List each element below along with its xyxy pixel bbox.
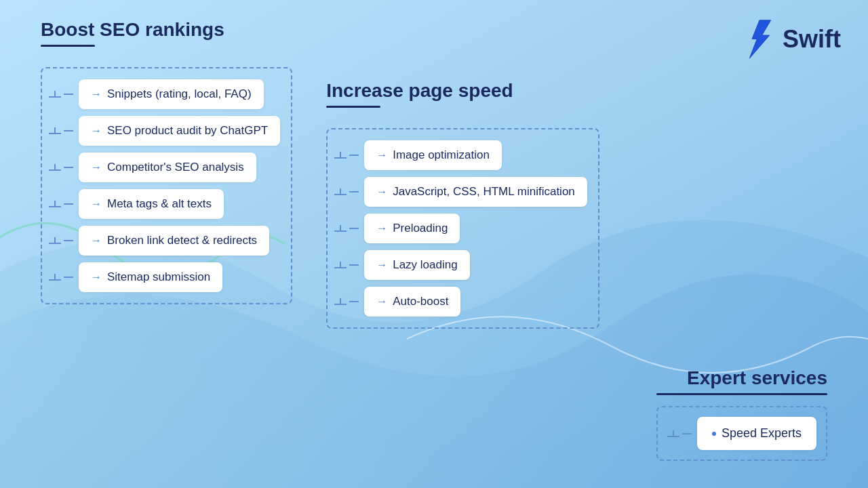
- expert-item-box: Speed Experts: [697, 417, 816, 450]
- connector: [49, 201, 73, 207]
- seo-column: Boost SEO rankings → Snippets (rating, l…: [41, 19, 292, 304]
- speed-title-row: Increase page speed: [326, 80, 599, 119]
- connector: [49, 274, 73, 281]
- item-label: Competitor's SEO analysis: [107, 161, 244, 174]
- expert-item-label: Speed Experts: [722, 426, 802, 441]
- connector: [334, 262, 359, 268]
- connector: [49, 91, 73, 98]
- item-box: → Preloading: [364, 214, 460, 243]
- item-arrow-icon: →: [91, 198, 102, 210]
- item-arrow-icon: →: [376, 222, 387, 235]
- connector: [334, 298, 359, 305]
- connector: [334, 152, 359, 159]
- item-arrow-icon: →: [91, 88, 102, 100]
- list-item: → Snippets (rating, local, FAQ): [49, 79, 280, 109]
- item-label: SEO product audit by ChatGPT: [107, 124, 268, 138]
- item-label: Meta tags & alt texts: [107, 197, 212, 211]
- connector: [49, 237, 73, 244]
- expert-title: Expert services: [687, 367, 827, 389]
- list-item: → Preloading: [334, 214, 587, 243]
- item-label: Lazy loading: [393, 258, 457, 272]
- item-box: → Auto-boost: [364, 287, 460, 317]
- item-arrow-icon: →: [376, 149, 387, 161]
- item-label: Preloading: [393, 222, 448, 235]
- item-label: Auto-boost: [393, 295, 448, 308]
- item-box: → Competitor's SEO analysis: [79, 152, 256, 182]
- item-box: → Broken link detect & redirects: [79, 226, 269, 256]
- list-item: Speed Experts: [667, 417, 816, 450]
- list-item: → Lazy loading: [334, 250, 587, 280]
- seo-title-row: Boost SEO rankings: [41, 19, 292, 58]
- item-label: JavaScript, CSS, HTML minification: [393, 185, 575, 199]
- item-arrow-icon: →: [91, 125, 102, 137]
- seo-items-box: → Snippets (rating, local, FAQ) → SEO pr…: [41, 67, 292, 304]
- item-box: → SEO product audit by ChatGPT: [79, 116, 280, 146]
- item-box: → Sitemap submission: [79, 262, 222, 292]
- item-label: Snippets (rating, local, FAQ): [107, 87, 252, 101]
- item-box: → JavaScript, CSS, HTML minification: [364, 177, 587, 207]
- item-box: → Image optimization: [364, 140, 502, 170]
- list-item: → JavaScript, CSS, HTML minification: [334, 177, 587, 207]
- item-arrow-icon: →: [376, 259, 387, 271]
- speed-title-underline: [326, 106, 380, 108]
- item-arrow-icon: →: [91, 271, 102, 283]
- speed-items-box: → Image optimization → JavaScript, CSS, …: [326, 128, 599, 329]
- list-item: → Sitemap submission: [49, 262, 280, 292]
- item-box: → Meta tags & alt texts: [79, 189, 224, 219]
- connector: [334, 188, 359, 195]
- expert-block: Expert services Speed Experts: [656, 367, 827, 461]
- connector: [334, 225, 359, 232]
- connector: [49, 127, 73, 134]
- item-label: Image optimization: [393, 148, 490, 162]
- seo-title-underline: [41, 45, 95, 47]
- speed-column: Increase page speed → Image optimization: [326, 80, 599, 329]
- expert-title-row: Expert services: [656, 367, 827, 395]
- expert-title-underline: [656, 393, 827, 395]
- expert-items-box: Speed Experts: [656, 406, 827, 461]
- item-arrow-icon: →: [376, 186, 387, 198]
- speed-title: Increase page speed: [326, 80, 513, 102]
- item-arrow-icon: →: [91, 161, 102, 174]
- item-box: → Snippets (rating, local, FAQ): [79, 79, 264, 109]
- expert-dot-icon: [712, 432, 716, 436]
- item-label: Sitemap submission: [107, 270, 210, 284]
- list-item: → Auto-boost: [334, 287, 587, 317]
- item-label: Broken link detect & redirects: [107, 234, 257, 247]
- list-item: → Competitor's SEO analysis: [49, 152, 280, 182]
- connector: [667, 430, 692, 437]
- list-item: → Meta tags & alt texts: [49, 189, 280, 219]
- list-item: → SEO product audit by ChatGPT: [49, 116, 280, 146]
- item-arrow-icon: →: [376, 296, 387, 308]
- list-item: → Broken link detect & redirects: [49, 226, 280, 256]
- list-item: → Image optimization: [334, 140, 587, 170]
- seo-title: Boost SEO rankings: [41, 19, 224, 41]
- connector: [49, 164, 73, 171]
- item-box: → Lazy loading: [364, 250, 469, 280]
- item-arrow-icon: →: [91, 235, 102, 247]
